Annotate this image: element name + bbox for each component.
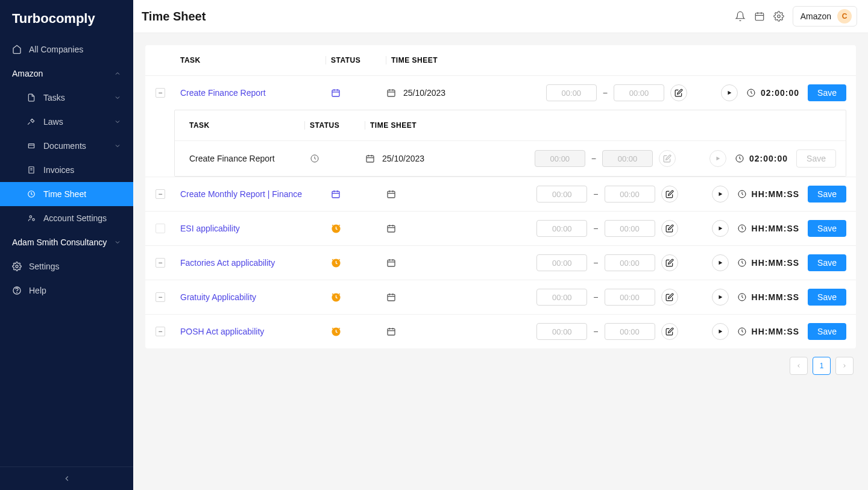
- time-start-input[interactable]: [546, 84, 597, 101]
- calendar-icon[interactable]: [386, 327, 396, 336]
- column-status: STATUS: [326, 56, 386, 64]
- edit-button[interactable]: [661, 323, 678, 340]
- row-expander[interactable]: −: [156, 292, 165, 302]
- sidebar-item-settings[interactable]: Settings: [0, 254, 133, 278]
- time-start-input[interactable]: [536, 323, 587, 340]
- clock-status-icon: [331, 292, 386, 303]
- gear-icon: [12, 262, 22, 271]
- calendar-icon[interactable]: [754, 11, 765, 22]
- duration-value: 02:00:00: [761, 88, 799, 98]
- time-end-input[interactable]: [605, 323, 655, 340]
- calendar-icon[interactable]: [386, 88, 396, 98]
- time-end-input[interactable]: [614, 84, 664, 101]
- task-link[interactable]: Factories Act applicability: [175, 258, 326, 268]
- play-button[interactable]: [712, 220, 729, 237]
- time-start-input[interactable]: [536, 289, 587, 306]
- sidebar-item-timesheet[interactable]: Time Sheet: [0, 182, 133, 206]
- save-button[interactable]: Save: [808, 289, 846, 306]
- task-link[interactable]: Create Finance Report: [175, 88, 326, 98]
- sidebar-settings-label: Settings: [29, 262, 60, 271]
- table-row: −Gratuity Applicability−HH:MM:SSSave: [145, 280, 856, 314]
- calendar-icon[interactable]: [386, 224, 396, 233]
- sidebar-item-invoices[interactable]: Invoices: [0, 158, 133, 182]
- row-expander[interactable]: −: [156, 189, 165, 199]
- time-end-input[interactable]: [605, 186, 655, 203]
- save-button[interactable]: Save: [808, 186, 846, 203]
- calendar-icon[interactable]: [386, 258, 396, 268]
- save-button[interactable]: Save: [808, 84, 846, 101]
- time-end-input[interactable]: [605, 289, 655, 306]
- sidebar: Turbocomply All Companies Amazon: [0, 0, 133, 490]
- edit-button[interactable]: [661, 220, 678, 237]
- table-row: ESI applicability−HH:MM:SSSave: [145, 211, 856, 245]
- play-button[interactable]: [712, 289, 729, 306]
- sidebar-collapse[interactable]: [0, 466, 133, 490]
- play-button[interactable]: [712, 186, 729, 203]
- play-button[interactable]: [721, 84, 738, 101]
- svg-rect-33: [332, 191, 339, 198]
- play-button[interactable]: [712, 254, 729, 271]
- pagination-prev[interactable]: [790, 357, 808, 375]
- sidebar-all-companies-label: All Companies: [29, 45, 83, 54]
- row-expander[interactable]: −: [156, 88, 165, 98]
- sidebar-item-laws[interactable]: Laws: [0, 110, 133, 134]
- bell-icon[interactable]: [735, 11, 746, 22]
- time-start-input[interactable]: [536, 254, 587, 271]
- header: Time Sheet Amazon C: [133, 0, 868, 33]
- chevron-left-icon: [0, 474, 133, 483]
- pagination: 1: [145, 348, 856, 383]
- pagination-next[interactable]: [835, 357, 854, 375]
- time-start-input[interactable]: [536, 186, 587, 203]
- user-menu[interactable]: Amazon C: [793, 6, 857, 27]
- play-button[interactable]: [712, 323, 729, 340]
- save-button[interactable]: Save: [808, 220, 846, 237]
- svg-marker-69: [719, 330, 722, 334]
- sidebar-item-tasks[interactable]: Tasks: [0, 86, 133, 110]
- sidebar-company-adam[interactable]: Adam Smith Consultancy: [0, 230, 133, 254]
- task-link[interactable]: Gratuity Applicability: [175, 292, 326, 302]
- task-link[interactable]: Create Monthly Report | Finance: [175, 189, 326, 199]
- time-dash: −: [593, 258, 598, 268]
- timesheet-date: 25/10/2023: [403, 88, 445, 98]
- duration-value: HH:MM:SS: [752, 189, 800, 199]
- table-row: −Create Monthly Report | Finance−HH:MM:S…: [145, 177, 856, 211]
- svg-point-10: [17, 292, 17, 293]
- invoice-icon: [27, 165, 36, 175]
- svg-marker-41: [719, 192, 722, 196]
- pagination-page-1[interactable]: 1: [813, 357, 831, 375]
- edit-button[interactable]: [670, 84, 687, 101]
- calendar-icon: [365, 154, 375, 163]
- svg-marker-55: [719, 261, 722, 265]
- save-button[interactable]: Save: [808, 323, 846, 340]
- edit-button[interactable]: [661, 186, 678, 203]
- row-expander[interactable]: [156, 224, 165, 233]
- row-expander[interactable]: −: [156, 327, 165, 336]
- calendar-icon[interactable]: [386, 189, 396, 199]
- svg-rect-27: [366, 155, 374, 162]
- task-link[interactable]: ESI applicability: [175, 224, 326, 233]
- time-end-input[interactable]: [605, 254, 655, 271]
- sidebar-all-companies[interactable]: All Companies: [0, 37, 133, 61]
- sidebar-company-amazon[interactable]: Amazon: [0, 61, 133, 86]
- sidebar-item-label: Documents: [43, 141, 86, 151]
- edit-button[interactable]: [661, 254, 678, 271]
- sidebar-help-label: Help: [29, 286, 46, 295]
- svg-rect-11: [755, 13, 764, 20]
- sidebar-item-account[interactable]: Account Settings: [0, 206, 133, 230]
- brand-logo: Turbocomply: [0, 0, 133, 37]
- task-link[interactable]: POSH Act applicability: [175, 327, 326, 336]
- clock-icon: [737, 224, 747, 233]
- save-button[interactable]: Save: [808, 254, 846, 271]
- row-expander[interactable]: −: [156, 258, 165, 268]
- table-row: −Create Finance Report25/10/2023−02:00:0…: [145, 75, 856, 110]
- calendar-icon[interactable]: [386, 292, 396, 302]
- svg-rect-0: [28, 144, 34, 148]
- time-start-input[interactable]: [536, 220, 587, 237]
- time-end-input[interactable]: [605, 220, 655, 237]
- header-gear-icon[interactable]: [773, 11, 784, 22]
- svg-marker-48: [719, 227, 722, 231]
- sidebar-item-documents[interactable]: Documents: [0, 134, 133, 158]
- time-end-input: [602, 150, 653, 167]
- sidebar-item-help[interactable]: Help: [0, 278, 133, 303]
- edit-button[interactable]: [661, 289, 678, 306]
